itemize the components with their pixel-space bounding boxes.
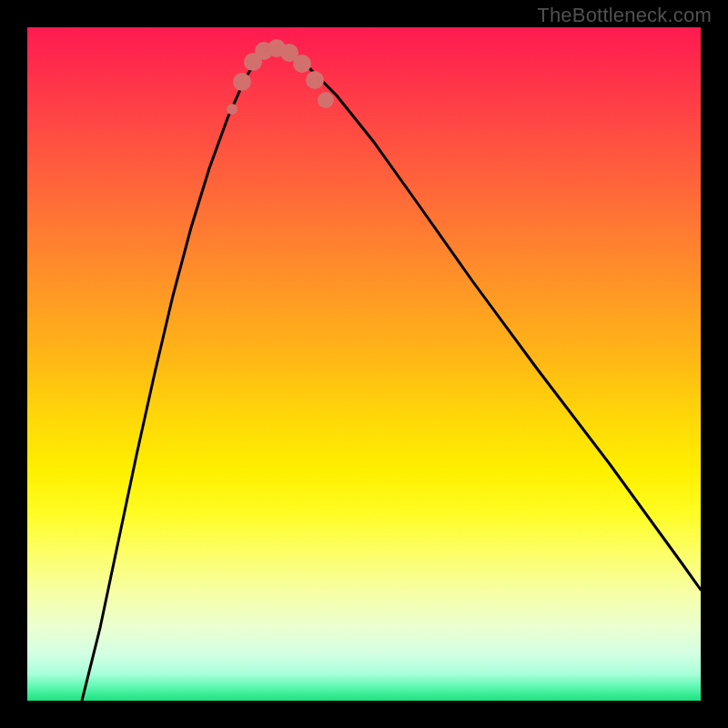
sweet-spot-markers bbox=[227, 39, 334, 115]
marker-dot bbox=[306, 71, 324, 89]
watermark-text: TheBottleneck.com bbox=[537, 4, 712, 27]
curve-layer bbox=[27, 27, 701, 701]
marker-dot bbox=[227, 104, 238, 115]
marker-dot bbox=[318, 92, 334, 108]
marker-dot bbox=[233, 73, 251, 91]
marker-dot bbox=[293, 55, 311, 73]
bottleneck-curve bbox=[82, 49, 701, 701]
plot-area bbox=[27, 27, 701, 701]
